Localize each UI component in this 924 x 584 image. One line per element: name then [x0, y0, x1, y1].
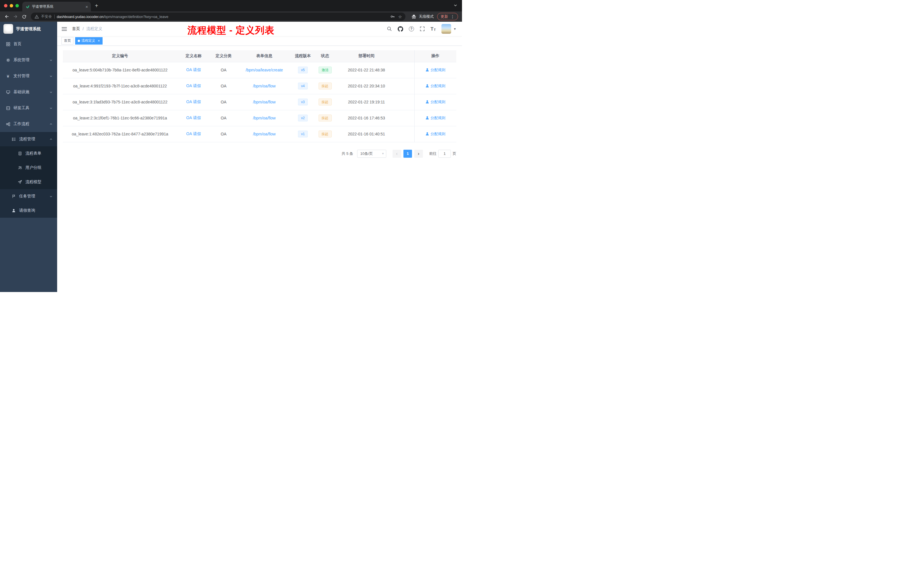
- reload-icon[interactable]: [20, 13, 28, 21]
- sidebar-item-process-model[interactable]: 流程模型: [0, 175, 57, 189]
- bookmark-star-icon[interactable]: ☆: [398, 15, 402, 19]
- browser-tab[interactable]: 芋道管理系统 ×: [22, 2, 91, 12]
- definition-name-link[interactable]: OA 请假: [186, 83, 201, 88]
- new-tab-button[interactable]: +: [95, 3, 98, 8]
- form-link[interactable]: /bpm/oa/leave/create: [246, 68, 283, 72]
- col-header-version: 流程版本: [291, 50, 314, 62]
- assign-rule-button[interactable]: 分配规则: [426, 132, 446, 137]
- sidebar-item-task-management[interactable]: 任务管理: [0, 189, 57, 203]
- col-header-form: 表单信息: [237, 50, 291, 62]
- avatar-caret-icon[interactable]: ▾: [454, 27, 456, 31]
- address-separator: [54, 15, 54, 18]
- status-badge: 挂起: [318, 130, 332, 137]
- next-page-button[interactable]: ›: [414, 150, 423, 158]
- cell-definition-id: oa_leave:4:991f2193-7b7f-11ec-a3c8-acde4…: [63, 78, 177, 94]
- table-row: oa_leave:1:482ec033-762a-11ec-8477-a2380…: [63, 126, 456, 142]
- fullscreen-icon[interactable]: [420, 26, 425, 31]
- cell-definition-id: oa_leave:2:3c1f0ef1-76b1-11ec-9c66-a2380…: [63, 110, 177, 126]
- sidebar-item-label: 请假查询: [19, 208, 35, 213]
- table-row: oa_leave:2:3c1f0ef1-76b1-11ec-9c66-a2380…: [63, 110, 456, 126]
- table-row: oa_leave:3:1fad3d93-7b75-11ec-a3c8-acde4…: [63, 94, 456, 110]
- assign-rule-button[interactable]: 分配规则: [426, 68, 446, 73]
- password-key-icon[interactable]: [390, 14, 395, 19]
- goto-page-input[interactable]: [438, 150, 451, 158]
- help-icon[interactable]: ?: [409, 26, 414, 31]
- form-link[interactable]: /bpm/oa/flow: [253, 84, 276, 88]
- chevron-up-icon: [50, 122, 53, 126]
- assign-rule-button[interactable]: 分配规则: [426, 115, 446, 120]
- sidebar-item-home[interactable]: 首页: [0, 36, 57, 52]
- window-minimize-button[interactable]: [10, 4, 13, 7]
- search-icon[interactable]: [387, 26, 392, 31]
- tab-close-icon[interactable]: ×: [86, 5, 88, 9]
- sidebar-item-label: 研发工具: [13, 106, 30, 111]
- sidebar-item-workflow[interactable]: 工作流程: [0, 116, 57, 132]
- version-badge: v2: [298, 115, 308, 121]
- security-label: 不安全: [41, 14, 52, 19]
- tag-close-icon[interactable]: ×: [98, 39, 100, 43]
- page-size-select[interactable]: 10条/页 ▾: [357, 150, 386, 158]
- address-bar[interactable]: 不安全 dashboard.yudao.iocoder.cn/bpm/manag…: [31, 13, 406, 21]
- cell-definition-id: oa_leave:5:004b710b-7b8a-11ec-8ef0-acde4…: [63, 62, 177, 78]
- user-group-icon: [18, 165, 22, 170]
- github-icon[interactable]: [398, 26, 403, 32]
- breadcrumb-home[interactable]: 首页: [72, 26, 80, 31]
- chevron-down-icon: [50, 74, 53, 78]
- sidebar-item-label: 支付管理: [13, 73, 30, 79]
- sidebar-item-user-group[interactable]: 用户分组: [0, 160, 57, 175]
- forward-icon[interactable]: [12, 13, 20, 21]
- sidebar-item-leave-query[interactable]: 请假查询: [0, 203, 57, 218]
- sidebar-item-process-form[interactable]: 流程表单: [0, 146, 57, 160]
- document-icon: [18, 151, 22, 156]
- definition-name-link[interactable]: OA 请假: [186, 68, 201, 72]
- breadcrumb: 首页 / 流程定义: [72, 26, 102, 31]
- sidebar-item-label: 系统管理: [13, 58, 30, 63]
- user-avatar[interactable]: [441, 24, 451, 34]
- assign-rule-button[interactable]: 分配规则: [426, 83, 446, 89]
- chevron-down-icon: [50, 59, 53, 62]
- version-badge: v1: [298, 130, 308, 137]
- browser-toolbar: 不安全 dashboard.yudao.iocoder.cn/bpm/manag…: [0, 12, 462, 22]
- window-close-button[interactable]: [4, 4, 7, 7]
- cell-category: OA: [210, 110, 237, 126]
- status-badge: 挂起: [318, 99, 332, 106]
- sidebar-item-dev-tools[interactable]: 研发工具: [0, 100, 57, 116]
- prev-page-button[interactable]: ‹: [393, 150, 401, 158]
- sidebar-item-infrastructure[interactable]: 基础设施: [0, 84, 57, 100]
- main-content: 定义编号 定义名称 定义分类 表单信息 流程版本 状态 部署时间 操作 oa_l…: [57, 46, 462, 292]
- sidebar-item-system[interactable]: 系统管理: [0, 52, 57, 68]
- assign-rule-button[interactable]: 分配规则: [426, 99, 446, 105]
- flag-icon: [12, 194, 16, 199]
- form-link[interactable]: /bpm/oa/flow: [253, 100, 276, 104]
- cell-category: OA: [210, 94, 237, 110]
- sidebar-item-payment[interactable]: ¥ 支付管理: [0, 68, 57, 84]
- cell-spacer: [397, 62, 414, 78]
- definition-name-link[interactable]: OA 请假: [186, 99, 201, 104]
- sidebar-collapse-icon[interactable]: [57, 22, 71, 36]
- yen-icon: ¥: [6, 74, 10, 78]
- list-tree-icon: [12, 137, 16, 142]
- gear-icon: [6, 58, 10, 62]
- browser-update-button[interactable]: 更新 ⋮: [437, 13, 458, 20]
- cell-deploy-time: 2022-01-22 19:19:11: [336, 94, 397, 110]
- definition-name-link[interactable]: OA 请假: [186, 115, 201, 120]
- incognito-label: 无痕模式: [419, 14, 434, 19]
- definition-name-link[interactable]: OA 请假: [186, 132, 201, 136]
- chevron-down-icon: [50, 195, 53, 198]
- tag-home[interactable]: 首页: [61, 37, 73, 45]
- col-header-status: 状态: [314, 50, 336, 62]
- form-link[interactable]: /bpm/oa/flow: [253, 132, 276, 136]
- form-link[interactable]: /bpm/oa/flow: [253, 116, 276, 120]
- window-zoom-button[interactable]: [15, 4, 19, 7]
- tab-search-icon[interactable]: [454, 3, 457, 7]
- cell-spacer: [397, 110, 414, 126]
- back-icon[interactable]: [3, 13, 11, 21]
- navbar-actions: ? TT ▾: [387, 24, 462, 34]
- current-page-button[interactable]: 1: [403, 150, 412, 158]
- sidebar-item-label: 用户分组: [25, 165, 41, 170]
- font-size-icon[interactable]: TT: [431, 26, 436, 31]
- tag-process-definition[interactable]: 流程定义 ×: [75, 37, 102, 45]
- sidebar-item-label: 任务管理: [19, 194, 35, 199]
- browser-menu-icon[interactable]: ⋮: [450, 15, 455, 18]
- sidebar-item-process-management[interactable]: 流程管理: [0, 132, 57, 146]
